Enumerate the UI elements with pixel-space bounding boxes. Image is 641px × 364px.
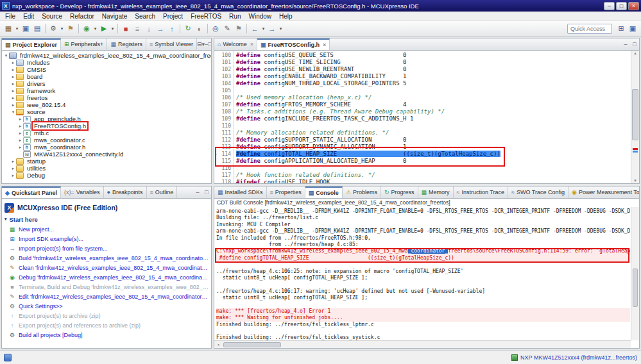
menu-window[interactable]: Window <box>244 13 275 20</box>
tab-problems[interactable]: ⚠Problems <box>343 186 381 198</box>
tree-item-startup[interactable]: ▸startup <box>2 158 211 165</box>
tree-item-utilities[interactable]: ▸utilities <box>2 165 211 172</box>
menu-source[interactable]: Source <box>38 13 66 20</box>
terminate-icon[interactable]: ■ <box>121 23 131 34</box>
tree-item-ieee-802-15-4[interactable]: ▸ieee_802.15.4 <box>2 101 211 108</box>
tab-breakpoints[interactable]: ●Breakpoints <box>104 186 147 198</box>
debug-menu-icon[interactable]: ▾ <box>93 23 98 34</box>
menu-navigate[interactable]: Navigate <box>98 13 131 20</box>
step-return-icon[interactable]: ↑ <box>167 23 177 34</box>
tree-item-freertosconfig-h[interactable]: ▸hFreeRTOSConfig.h <box>2 122 211 129</box>
tab-peripherals[interactable]: ⊞Peripherals+ <box>61 38 107 50</box>
code-line-116[interactable] <box>236 165 631 172</box>
annotate-icon[interactable]: ✎ <box>222 23 232 34</box>
expander-icon[interactable]: ▾ <box>3 53 9 58</box>
suspend-icon[interactable]: ≡ <box>132 23 142 34</box>
tab-progress[interactable]: ↻Progress <box>381 186 418 198</box>
selection-ruler-mark[interactable] <box>633 151 638 153</box>
quickstart-import-project-s-from-file-system[interactable]: →Import project(s) from file system... <box>4 244 209 253</box>
quickstart-quick-settings[interactable]: ⚙Quick Settings>> <box>4 301 209 311</box>
tree-item-board[interactable]: ▸board <box>2 73 211 80</box>
expander-icon[interactable]: ▸ <box>10 60 16 65</box>
tab-swo-trace-config[interactable]: ≈SWO Trace Config <box>508 186 568 198</box>
quickstart-debug-frdmkw41z-wireless-examples-ieee-802[interactable]: ◉Debug 'frdmkw41z_wireless_examples_ieee… <box>4 272 209 282</box>
expander-icon[interactable]: ▸ <box>10 166 16 171</box>
code-line-106[interactable]: /* Used memory allocation (heap_x.c) */ <box>236 94 631 101</box>
console-vscrollbar[interactable] <box>631 207 639 340</box>
tab-registers[interactable]: ▦Registers <box>107 38 146 50</box>
tab-variables[interactable]: (x)=Variables <box>61 186 104 198</box>
back-menu-icon[interactable]: ▾ <box>261 23 266 34</box>
code-line-117[interactable]: /* Hook function related definitions. */ <box>236 172 631 179</box>
tree-item-frdmkw41z-wireless-examples-ieee-802-15-4-[interactable]: ▾frdmkw41z_wireless_examples_ieee_802_15… <box>2 52 211 59</box>
expander-icon[interactable]: ▸ <box>10 88 16 94</box>
tree-item-source[interactable]: ▾source <box>2 108 211 115</box>
code-line-114[interactable]: #define configTOTAL_HEAP_SIZE ((size_t)(… <box>236 151 631 158</box>
step-over-icon[interactable]: → <box>155 23 166 34</box>
menu-help[interactable]: Help <box>275 13 296 20</box>
save-all-icon[interactable]: ▤ <box>32 23 42 34</box>
tree-item-framework[interactable]: ▸framework <box>2 87 211 94</box>
tab-project-explorer[interactable]: ▤Project Explorer <box>2 38 61 50</box>
menu-file[interactable]: File <box>1 13 19 20</box>
expander-icon[interactable]: ▸ <box>10 67 16 72</box>
code-line-108[interactable]: /* Tasks.c additions (e.g. Thread Aware … <box>236 108 631 115</box>
expander-icon[interactable]: ▸ <box>10 74 16 79</box>
tab-symbol-viewer[interactable]: ≡Symbol Viewer <box>146 38 197 50</box>
maximize-icon[interactable]: □ <box>202 186 211 198</box>
mark-occurrences-icon[interactable]: ⚑ <box>234 23 244 34</box>
restart-icon[interactable]: ↻ <box>183 23 193 34</box>
search-icon[interactable]: ◎ <box>210 23 221 34</box>
tree-item-mwa-coordinator-h[interactable]: ▸hmwa_coordinator.h <box>2 144 211 151</box>
code-line-100[interactable]: #define configUSE_QUEUE_SETS 0 <box>236 52 631 59</box>
expander-icon[interactable]: ▸ <box>17 124 23 129</box>
target-device-text[interactable]: NXP MKW41Z512xxx4 (frdmkw41z...freertos) <box>520 354 637 361</box>
scrollbar-thumb[interactable] <box>632 89 638 140</box>
expander-icon[interactable]: ▸ <box>17 138 23 143</box>
expander-icon[interactable]: ▸ <box>17 145 23 150</box>
new-menu-icon[interactable]: ▾ <box>15 23 19 34</box>
code-line-107[interactable]: #define configFRTOS_MEMORY_SCHEME 4 <box>236 101 631 108</box>
tree-item-mwa-coordinator-c[interactable]: ▸cmwa_coordinator.c <box>2 136 211 144</box>
quickstart-new-project[interactable]: ▦New project... <box>4 224 209 234</box>
code-line-112[interactable]: #define configSUPPORT_STATIC_ALLOCATION … <box>236 136 631 144</box>
profile-icon[interactable]: ◐ <box>194 23 205 34</box>
tab-instruction-trace[interactable]: ≈Instruction Trace <box>454 186 508 198</box>
code-line-111[interactable]: /* Memory allocation related definitions… <box>236 129 631 136</box>
menu-freertos[interactable]: FreeRTOS <box>187 13 225 20</box>
new-wizard-icon[interactable]: ⚑ <box>65 23 76 34</box>
collapse-all-icon[interactable]: ⊟ <box>197 38 202 50</box>
console-vscroll-thumb[interactable] <box>633 269 638 307</box>
minimize-button[interactable]: – <box>604 2 615 10</box>
tab-installed-sdks[interactable]: ▦Installed SDKs <box>214 186 267 198</box>
menu-edit[interactable]: Edit <box>19 13 38 20</box>
tab-quickstart-panel[interactable]: ◈Quickstart Panel <box>2 186 61 198</box>
quickstart-clean-frdmkw41z-wireless-examples-ieee-802[interactable]: ✎Clean 'frdmkw41z_wireless_examples_ieee… <box>4 263 209 272</box>
code-line-103[interactable]: #define configENABLE_BACKWARD_COMPATIBIL… <box>236 73 631 80</box>
quickstart-build-frdmkw41z-wireless-examples-ieee-802[interactable]: ⚙Build 'frdmkw41z_wireless_examples_ieee… <box>4 253 209 263</box>
expander-icon[interactable]: ▸ <box>10 81 16 87</box>
tab-memory[interactable]: ▦Memory <box>418 186 454 198</box>
tree-item-includes[interactable]: ▸Includes <box>2 59 211 66</box>
editor-body[interactable]: 1001011021031041051061071081091101111121… <box>214 51 639 183</box>
tab-power-measurement-tool[interactable]: ◉Power Measurement Tool <box>568 186 639 198</box>
code-line-110[interactable] <box>236 122 631 129</box>
console-hscroll-thumb[interactable] <box>223 342 281 347</box>
menu-refactor[interactable]: Refactor <box>66 13 98 20</box>
expander-icon[interactable]: ▸ <box>10 95 16 101</box>
forward-icon[interactable]: → <box>267 23 277 34</box>
tree-item-freertos[interactable]: ▸freertos <box>2 94 211 101</box>
tree-item-mkw41z512xxx4-connectivity-ld[interactable]: ldMKW41Z512xxx4_connectivity.ld <box>2 151 211 158</box>
close-button[interactable]: × <box>628 2 639 10</box>
error-ruler-mark[interactable] <box>633 148 638 150</box>
code-line-109[interactable]: #define configINCLUDE_FREERTOS_TASK_C_AD… <box>236 115 631 122</box>
code-area[interactable]: #define configUSE_QUEUE_SETS 0#define co… <box>234 51 631 183</box>
code-line-104[interactable]: #define configNUM_THREAD_LOCAL_STORAGE_P… <box>236 80 631 87</box>
open-perspective-icon[interactable]: ⊞ <box>616 23 626 34</box>
tree-item-app-preinclude-h[interactable]: ▸happ_preinclude.h <box>2 115 211 122</box>
tab-console[interactable]: ▤Console <box>305 186 343 198</box>
console-output[interactable]: arm-none-eabi-gcc -D__REDLIB__ -DFRDM_KW… <box>214 207 639 348</box>
build-icon[interactable]: ⚙ <box>48 23 58 34</box>
tree-item-cmsis[interactable]: ▸CMSIS <box>2 66 211 73</box>
maximize-icon[interactable]: □ <box>630 38 639 50</box>
